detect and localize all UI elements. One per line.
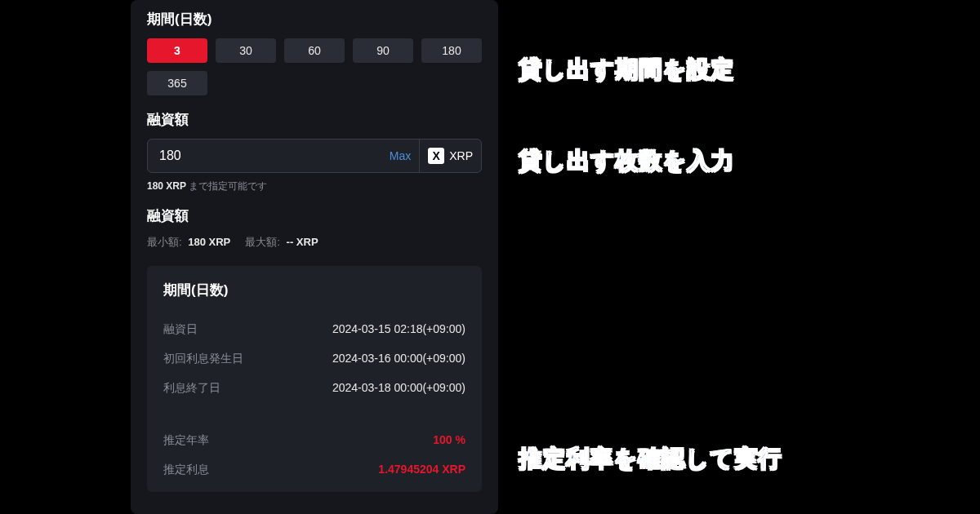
annotation-rate: 推定利率を確認して実行 [519, 443, 782, 474]
coin-label: XRP [449, 149, 473, 162]
amount-title: 融資額 [147, 110, 482, 129]
interest-end-label: 利息終了日 [163, 381, 220, 396]
annotation-amount: 貸し出す枚数を入力 [519, 145, 734, 176]
period-btn-180[interactable]: 180 [421, 38, 482, 63]
lending-date-value: 2024-03-15 02:18(+09:00) [332, 322, 466, 337]
max-amount: 最大額: -- XRP [245, 235, 318, 250]
summary-title: 期間(日数) [163, 281, 466, 299]
row-first-interest: 初回利息発生日 2024-03-16 00:00(+09:00) [163, 352, 466, 366]
max-label: 最大額: [245, 236, 280, 248]
min-label: 最小額: [147, 236, 182, 248]
min-amount: 最小額: 180 XRP [147, 235, 230, 250]
period-btn-90[interactable]: 90 [353, 38, 413, 63]
summary-card: 期間(日数) 融資日 2024-03-15 02:18(+09:00) 初回利息… [147, 266, 482, 492]
est-interest-label: 推定利息 [163, 463, 209, 477]
min-value: 180 XRP [188, 236, 230, 248]
max-button[interactable]: Max [390, 149, 411, 162]
amount-hint: 180 XRP まで指定可能です [147, 179, 482, 193]
est-interest-value: 1.47945204 XRP [378, 463, 466, 477]
first-interest-label: 初回利息発生日 [163, 352, 243, 366]
hint-rest: まで指定可能です [186, 180, 267, 192]
coin-selector[interactable]: X XRP [419, 140, 473, 172]
interest-end-value: 2024-03-18 00:00(+09:00) [332, 381, 466, 396]
est-rate-value: 100 % [433, 433, 466, 448]
period-button-group: 3 30 60 90 180 365 [147, 38, 482, 95]
xrp-icon: X [428, 148, 444, 164]
lending-date-label: 融資日 [163, 322, 198, 337]
amount-input-wrap[interactable]: 180 Max X XRP [147, 139, 482, 173]
minmax-row: 最小額: 180 XRP 最大額: -- XRP [147, 235, 482, 250]
row-est-interest: 推定利息 1.47945204 XRP [163, 463, 466, 477]
hint-strong: 180 XRP [147, 180, 186, 192]
period-btn-3[interactable]: 3 [147, 38, 207, 63]
lending-panel: 期間(日数) 3 30 60 90 180 365 融資額 180 Max X … [131, 0, 498, 514]
max-value: -- XRP [287, 236, 318, 248]
period-title: 期間(日数) [147, 10, 482, 29]
period-btn-60[interactable]: 60 [284, 38, 345, 63]
annotation-period: 貸し出す期間を設定 [519, 54, 734, 85]
amount-title-2: 融資額 [147, 206, 482, 225]
period-btn-30[interactable]: 30 [216, 38, 276, 63]
row-est-rate: 推定年率 100 % [163, 433, 466, 448]
amount-input[interactable]: 180 [159, 148, 390, 163]
est-rate-label: 推定年率 [163, 433, 209, 448]
row-lending-date: 融資日 2024-03-15 02:18(+09:00) [163, 322, 466, 337]
row-interest-end: 利息終了日 2024-03-18 00:00(+09:00) [163, 381, 466, 396]
period-btn-365[interactable]: 365 [147, 71, 207, 95]
first-interest-value: 2024-03-16 00:00(+09:00) [332, 352, 466, 366]
